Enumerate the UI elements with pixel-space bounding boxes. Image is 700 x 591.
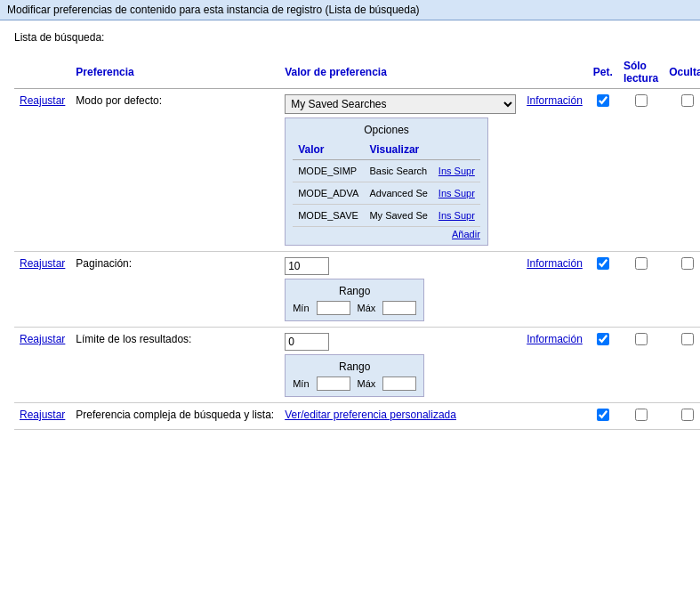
- col-preferencia: Preferencia: [70, 56, 279, 89]
- min-label-2: Mín: [293, 378, 309, 389]
- pet-checkbox-1[interactable]: [597, 94, 609, 107]
- main-content: Lista de búsqueda: Preferencia Valor de …: [0, 20, 700, 590]
- mode-select[interactable]: My Saved Searches Basic Search Advanced …: [285, 94, 516, 114]
- info-link-2[interactable]: Información: [527, 257, 583, 270]
- range-title-1: Rango: [293, 285, 416, 297]
- pref-label-2: Paginación:: [76, 257, 132, 270]
- solo-checkbox-1[interactable]: [635, 94, 648, 107]
- ocultar-checkbox-3[interactable]: [681, 333, 694, 345]
- section-label: Lista de búsqueda:: [14, 31, 686, 44]
- reset-link-2[interactable]: Reajustar: [20, 257, 65, 270]
- reset-link-4[interactable]: Reajustar: [20, 409, 65, 421]
- ocultar-checkbox-2[interactable]: [681, 257, 694, 270]
- table-row: Reajustar Modo por defecto: My Saved Sea…: [14, 89, 700, 252]
- pet-checkbox-3[interactable]: [597, 333, 609, 345]
- max-input-2[interactable]: [382, 376, 416, 391]
- solo-checkbox-3[interactable]: [635, 333, 648, 345]
- pref-label-1: Modo por defecto:: [76, 94, 162, 107]
- min-input-1[interactable]: [317, 301, 350, 315]
- anadir-link-1[interactable]: Añadir: [293, 229, 480, 239]
- option-row: MODE_SIMP Basic Search Ins Supr: [293, 160, 480, 182]
- solo-checkbox-4[interactable]: [635, 409, 648, 421]
- window-title: Modificar preferencias de contenido para…: [0, 0, 700, 20]
- reset-link-3[interactable]: Reajustar: [20, 333, 65, 345]
- preferences-table: Preferencia Valor de preferencia Pet. Só…: [14, 56, 700, 430]
- option-row: MODE_ADVA Advanced Se Ins Supr: [293, 182, 480, 205]
- ocultar-checkbox-1[interactable]: [681, 94, 694, 107]
- pref-label-4: Preferencia compleja de búsqueda y lista…: [76, 409, 274, 421]
- range-panel-2: Rango Mín Máx: [285, 354, 424, 397]
- max-label-1: Máx: [358, 303, 376, 313]
- col-solo: Sólo lectura: [618, 56, 664, 89]
- solo-checkbox-2[interactable]: [635, 257, 648, 270]
- ins-supr-link-3[interactable]: Ins Supr: [439, 210, 475, 221]
- reset-link-1[interactable]: Reajustar: [20, 94, 65, 107]
- max-label-2: Máx: [358, 378, 376, 389]
- ins-supr-link-2[interactable]: Ins Supr: [439, 188, 475, 198]
- table-row: Reajustar Límite de los resultados: Rang…: [14, 328, 700, 403]
- options-panel-1: Opciones Valor Visualizar: [285, 117, 488, 246]
- info-link-3[interactable]: Información: [527, 333, 583, 345]
- col-pet: Pet.: [588, 56, 618, 89]
- min-label-1: Mín: [293, 303, 309, 313]
- limit-input[interactable]: [285, 333, 329, 351]
- pagination-input[interactable]: [285, 257, 329, 275]
- pet-checkbox-4[interactable]: [597, 409, 609, 421]
- option-row: MODE_SAVE My Saved Se Ins Supr: [293, 205, 480, 227]
- options-table: Valor Visualizar MODE_SIMP Basic Search …: [293, 140, 480, 227]
- table-row: Reajustar Paginación: Rango Mín Máx: [14, 252, 700, 328]
- ver-link[interactable]: Ver/editar preferencia personalizada: [285, 409, 456, 421]
- options-title: Opciones: [293, 124, 480, 136]
- min-input-2[interactable]: [317, 376, 350, 391]
- max-input-1[interactable]: [382, 301, 416, 315]
- col-valor: Valor de preferencia: [279, 56, 521, 89]
- info-link-1[interactable]: Información: [527, 94, 583, 107]
- ins-supr-link-1[interactable]: Ins Supr: [439, 166, 475, 176]
- pet-checkbox-2[interactable]: [597, 257, 609, 270]
- table-row: Reajustar Preferencia compleja de búsque…: [14, 403, 700, 430]
- range-title-2: Rango: [293, 360, 416, 373]
- col-ocultar: Ocultar: [664, 56, 700, 89]
- range-panel-1: Rango Mín Máx: [285, 279, 424, 321]
- pref-label-3: Límite de los resultados:: [76, 333, 191, 345]
- ocultar-checkbox-4[interactable]: [681, 409, 694, 421]
